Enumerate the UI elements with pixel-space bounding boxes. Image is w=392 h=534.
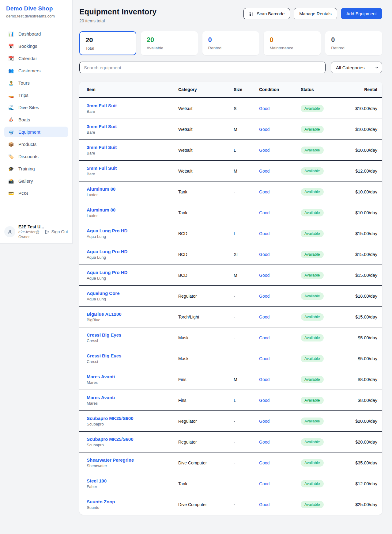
item-name-link[interactable]: Mares Avanti (87, 395, 178, 400)
status-badge: Available (301, 230, 324, 237)
stat-card[interactable]: 0 Maintenance (264, 31, 321, 55)
item-name-link[interactable]: 5mm Full Suit (87, 166, 178, 171)
item-condition-link[interactable]: Good (259, 460, 301, 465)
item-condition-link[interactable]: Good (259, 294, 301, 299)
item-condition-link[interactable]: Good (259, 315, 301, 319)
table-row[interactable]: BigBlue AL1200 BigBlue Torch/Light - Goo… (79, 306, 382, 327)
item-name-link[interactable]: Shearwater Peregrine (87, 457, 178, 463)
table-row[interactable]: 3mm Full Suit Bare Wetsuit L Good Availa… (79, 139, 382, 160)
item-condition-link[interactable]: Good (259, 189, 301, 194)
stat-label: Maintenance (270, 46, 315, 50)
item-condition-link[interactable]: Good (259, 106, 301, 111)
item-category: Regulator (178, 294, 234, 299)
stat-card[interactable]: 0 Rented (202, 31, 259, 55)
scan-barcode-button[interactable]: Scan Barcode (243, 8, 290, 19)
item-name-link[interactable]: Aqua Lung Pro HD (87, 249, 178, 254)
item-condition-link[interactable]: Good (259, 335, 301, 340)
item-condition-link[interactable]: Good (259, 502, 301, 507)
table-row[interactable]: Mares Avanti Mares Fins M Good Available… (79, 369, 382, 390)
status-cell: Available (301, 209, 353, 216)
table-row[interactable]: Cressi Big Eyes Cressi Mask - Good Avail… (79, 348, 382, 369)
table-row[interactable]: Aqua Lung Pro HD Aqua Lung BCD L Good Av… (79, 223, 382, 244)
table-row[interactable]: 3mm Full Suit Bare Wetsuit M Good Availa… (79, 119, 382, 139)
stat-card[interactable]: 20 Total (79, 31, 136, 55)
item-name-link[interactable]: Aqua Lung Pro HD (87, 228, 178, 233)
item-name-link[interactable]: Aqua Lung Pro HD (87, 270, 178, 275)
item-condition-link[interactable]: Good (259, 419, 301, 424)
shop-logo[interactable]: Demo Dive Shop (6, 5, 66, 12)
sidebar-item[interactable]: 🎓 Training (4, 163, 68, 174)
stat-card[interactable]: 20 Available (141, 31, 198, 55)
sidebar: Demo Dive Shop demo.test.divestreams.com… (0, 0, 73, 244)
item-condition-link[interactable]: Good (259, 148, 301, 153)
item-name-link[interactable]: Aluminum 80 (87, 207, 178, 212)
table-row[interactable]: Suunto Zoop Suunto Dive Computer - Good … (79, 494, 382, 515)
table-row[interactable]: Aluminum 80 Luxfer Tank - Good Available… (79, 181, 382, 202)
table-row[interactable]: Aluminum 80 Luxfer Tank - Good Available… (79, 202, 382, 223)
item-condition-link[interactable]: Good (259, 169, 301, 174)
item-condition-link[interactable]: Good (259, 398, 301, 403)
item-name-link[interactable]: Cressi Big Eyes (87, 332, 178, 338)
item-condition-link[interactable]: Good (259, 273, 301, 278)
stat-card[interactable]: 0 Retired (325, 31, 382, 55)
search-input[interactable] (79, 62, 326, 73)
sidebar-item[interactable]: 🚤 Trips (4, 90, 68, 101)
table-row[interactable]: Scubapro MK25/S600 Scubapro Regulator - … (79, 410, 382, 431)
sidebar-item[interactable]: 📆 Calendar (4, 53, 68, 64)
item-name-link[interactable]: Aluminum 80 (87, 186, 178, 192)
item-condition-link[interactable]: Good (259, 481, 301, 486)
item-name-link[interactable]: Suunto Zoop (87, 499, 178, 504)
item-name-link[interactable]: Scubapro MK25/S600 (87, 416, 178, 421)
item-condition-link[interactable]: Good (259, 210, 301, 215)
table-row[interactable]: 5mm Full Suit Bare Wetsuit M Good Availa… (79, 160, 382, 181)
sidebar-item[interactable]: 🏷️ Discounts (4, 151, 68, 162)
table-row[interactable]: Aqualung Core Aqua Lung Regulator - Good… (79, 285, 382, 306)
item-condition-link[interactable]: Good (259, 356, 301, 361)
table-row[interactable]: 3mm Full Suit Bare Wetsuit S Good Availa… (79, 98, 382, 119)
sidebar-item[interactable]: 👥 Customers (4, 65, 68, 76)
item-name-link[interactable]: 3mm Full Suit (87, 124, 178, 129)
table-row[interactable]: Aqua Lung Pro HD Aqua Lung BCD M Good Av… (79, 265, 382, 285)
sidebar-item[interactable]: 📊 Dashboard (4, 29, 68, 39)
item-name-link[interactable]: BigBlue AL1200 (87, 311, 178, 317)
item-category: Fins (178, 377, 234, 382)
item-name-link[interactable]: Cressi Big Eyes (87, 353, 178, 358)
item-condition-link[interactable]: Good (259, 440, 301, 444)
scan-barcode-label: Scan Barcode (257, 11, 285, 16)
table-row[interactable]: Shearwater Peregrine Shearwater Dive Com… (79, 452, 382, 473)
table-row[interactable]: Mares Avanti Mares Fins L Good Available… (79, 390, 382, 410)
sign-out-button[interactable]: Sign Out (44, 229, 68, 235)
item-condition-link[interactable]: Good (259, 127, 301, 132)
item-name-link[interactable]: Aqualung Core (87, 291, 178, 296)
status-cell: Available (301, 105, 353, 112)
item-name-link[interactable]: 3mm Full Suit (87, 103, 178, 108)
item-name-link[interactable]: 3mm Full Suit (87, 145, 178, 150)
item-name-link[interactable]: Scubapro MK25/S600 (87, 437, 178, 442)
item-name-link[interactable]: Mares Avanti (87, 374, 178, 379)
person-icon (7, 229, 13, 235)
sidebar-item[interactable]: 📸 Gallery (4, 176, 68, 186)
sidebar-item[interactable]: 📦 Products (4, 139, 68, 150)
table-row[interactable]: Cressi Big Eyes Cressi Mask - Good Avail… (79, 327, 382, 348)
item-condition-link[interactable]: Good (259, 377, 301, 382)
sidebar-item[interactable]: 🌊 Dive Sites (4, 102, 68, 113)
add-equipment-button[interactable]: Add Equipment (341, 8, 382, 19)
table-row[interactable]: Steel 100 Faber Tank - Good Available $1… (79, 473, 382, 494)
item-name-link[interactable]: Steel 100 (87, 478, 178, 483)
table-row[interactable]: Aqua Lung Pro HD Aqua Lung BCD XL Good A… (79, 244, 382, 265)
status-cell: Available (301, 147, 353, 154)
column-header-item: Item (79, 87, 178, 92)
sidebar-item[interactable]: 🤿 Equipment (4, 127, 68, 137)
sidebar-item[interactable]: 📅 Bookings (4, 41, 68, 51)
category-select[interactable]: All Categories (331, 62, 382, 73)
table-row[interactable]: Scubapro MK25/S600 Scubapro Regulator - … (79, 431, 382, 452)
sidebar-item[interactable]: 💳 POS (4, 188, 68, 199)
item-condition-link[interactable]: Good (259, 231, 301, 236)
status-badge: Available (301, 355, 324, 362)
item-condition-link[interactable]: Good (259, 252, 301, 257)
column-header-status: Status (301, 87, 353, 92)
manage-rentals-button[interactable]: Manage Rentals (294, 8, 337, 19)
item-brand: Scubapro (87, 443, 178, 447)
sidebar-item[interactable]: 🏝️ Tours (4, 78, 68, 88)
sidebar-item[interactable]: ⛵ Boats (4, 114, 68, 125)
